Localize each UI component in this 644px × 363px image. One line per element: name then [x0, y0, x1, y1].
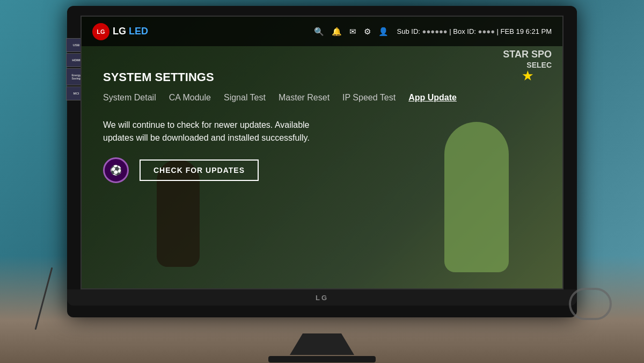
app-icon-row: ⚽ CHECK FOR UPDATES	[103, 157, 541, 183]
lg-text: LG	[113, 26, 129, 37]
bell-icon[interactable]: 🔔	[332, 27, 342, 37]
tab-ca-module[interactable]: CA Module	[169, 91, 211, 105]
box-id-value: ●●●●	[478, 27, 497, 35]
date-text: | FEB 19	[497, 27, 524, 35]
box-id-label: | Box ID:	[449, 27, 476, 35]
settings-icon[interactable]: ⚙	[364, 27, 371, 37]
tv-screen: LG LG LED 🔍 🔔 ✉ ⚙ 👤 Sub ID: ●●●●●● | Box…	[80, 16, 564, 289]
sub-id-label: Sub ID:	[397, 27, 420, 35]
user-icon[interactable]: 👤	[378, 27, 389, 37]
content-area: We will continue to check for newer upda…	[103, 119, 541, 183]
tab-master-reset[interactable]: Master Reset	[279, 91, 330, 105]
top-bar: LG LG LED 🔍 🔔 ✉ ⚙ 👤 Sub ID: ●●●●●● | Box…	[82, 17, 562, 46]
tab-ip-speed-test[interactable]: IP Speed Test	[342, 91, 396, 105]
tv-stand-neck	[290, 333, 354, 355]
page-title: SYSTEM SETTINGS	[103, 70, 214, 84]
tv-bottom-bezel: LG	[67, 289, 577, 306]
star-sports-logo: STAR SPO SELEC ★	[503, 49, 552, 84]
top-icons: 🔍 🔔 ✉ ⚙ 👤	[314, 27, 389, 37]
mail-icon[interactable]: ✉	[349, 27, 356, 37]
tab-system-detail[interactable]: System Detail	[103, 91, 156, 105]
tab-signal-test[interactable]: Signal Test	[224, 91, 266, 105]
search-icon[interactable]: 🔍	[314, 27, 324, 37]
star-sports-star: ★	[503, 69, 552, 83]
tab-app-update[interactable]: App Update	[408, 91, 457, 105]
led-text: LED	[129, 26, 148, 37]
cable-bundle-right	[569, 288, 612, 320]
tv-bottom-brand: LG	[316, 294, 328, 302]
lg-logo-area: LG LG LED	[92, 23, 148, 40]
update-message: We will continue to check for newer upda…	[103, 119, 328, 144]
tv-unit: USB HDMI EnergySaving MCI LG LG LED	[67, 6, 577, 317]
star-sports-line2: SELEC	[503, 61, 552, 70]
star-sports-line1: STAR SPO	[503, 49, 552, 61]
tv-stand-base	[268, 356, 376, 362]
time-text: 6:21 PM	[526, 27, 552, 35]
top-info-bar: Sub ID: ●●●●●● | Box ID: ●●●● | FEB 19 6…	[397, 27, 552, 35]
lg-circle-logo: LG	[92, 23, 109, 40]
check-updates-button[interactable]: CHECK FOR UPDATES	[140, 159, 259, 181]
premier-league-icon: ⚽	[103, 157, 129, 183]
nav-tabs[interactable]: System Detail CA Module Signal Test Mast…	[103, 91, 552, 105]
lg-led-text: LG LED	[113, 26, 148, 37]
sub-id-value: ●●●●●●	[422, 27, 450, 35]
